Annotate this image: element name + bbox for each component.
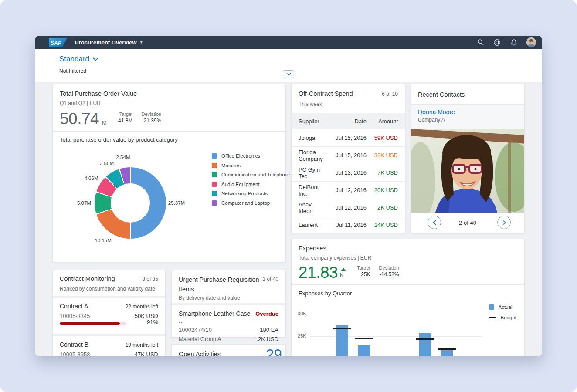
target-label: Target — [357, 265, 370, 270]
contract-name: Contract B — [60, 341, 88, 348]
kpi-value: 21.83 — [299, 264, 338, 280]
card-total-purchase-order-value[interactable]: Total Purchase Order Value Q1 and Q2 | E… — [52, 84, 286, 262]
sap-logo[interactable]: SAP — [49, 38, 67, 47]
cell-amount: 59K USD — [367, 135, 398, 141]
legend-swatch — [212, 182, 217, 187]
table-row[interactable]: JologaJul 15, 201659K USD — [292, 129, 405, 147]
donut-chart[interactable] — [95, 167, 166, 239]
cell-amount: 7K USD — [367, 169, 398, 176]
table-row[interactable]: DelBont Inc.Jul 12, 201620K USD — [292, 182, 405, 199]
cell-supplier: DelBont Inc. — [299, 184, 326, 197]
donut-slice-label: 2.54M — [116, 155, 130, 160]
budget-line — [333, 328, 351, 329]
legend-item: Networking Products — [212, 191, 290, 196]
pager-next-button[interactable] — [497, 216, 511, 229]
shell-actions — [477, 37, 536, 47]
deviation-value: -14.52% — [379, 271, 399, 277]
contact-name-link[interactable]: Donna Moore — [418, 108, 517, 115]
item-value: 1.2K USD — [253, 336, 278, 342]
actual-bar[interactable] — [441, 350, 453, 356]
cell-date: Jul 12, 2016 — [326, 187, 367, 193]
card-off-contract-spend[interactable]: Off-Contract Spend 6 of 10 This week Sup… — [291, 84, 405, 233]
contract-value: 50K USD — [135, 313, 158, 319]
legend-label: Networking Products — [221, 191, 268, 196]
card-header: Urgent Purchase Requisition Items 1 of 4… — [179, 275, 278, 294]
filter-bar: Standard Not Filtered — [35, 49, 542, 82]
y-axis-tick: 20K — [292, 355, 306, 356]
search-icon[interactable] — [477, 39, 484, 46]
kpi-block: 50.74 M — [60, 111, 107, 127]
legend-label: Communication and Telephone — [221, 172, 290, 177]
deviation-value: 21.39% — [141, 118, 161, 124]
donut-legend: Office ElectronicsMonitorsCommunication … — [212, 153, 290, 206]
cell-supplier: Jologa — [299, 135, 326, 141]
trend-up-icon — [341, 268, 346, 271]
app-title-menu[interactable]: Procurement Overview ▼ — [75, 39, 143, 46]
bar-chart-caption: Expenses by Quarter — [299, 290, 352, 297]
avatar[interactable] — [526, 37, 536, 47]
y-axis-tick: 30K — [292, 311, 306, 316]
contract-list: Contract A22 months left10005-334550K US… — [53, 296, 165, 356]
legend-item: Communication and Telephone — [212, 172, 290, 177]
contract-line1: Contract A22 months left — [60, 303, 158, 310]
card-subtitle: This week — [299, 101, 322, 107]
grid-line — [310, 314, 482, 314]
pager-prev-button[interactable] — [428, 216, 441, 229]
column-amount: Amount — [367, 118, 398, 125]
copilot-icon[interactable] — [493, 39, 501, 46]
notifications-icon[interactable] — [510, 39, 517, 46]
bar-chart-plot[interactable]: 30K25K20K — [292, 300, 524, 356]
table-row[interactable]: Florida CompanyJul 15, 201632K USD — [292, 147, 405, 164]
table-row[interactable]: Anav IdeonJul 12, 20162K USD — [292, 199, 405, 216]
pager-text: 2 of 40 — [459, 219, 476, 226]
variant-selector[interactable]: Standard — [59, 55, 98, 64]
contract-row[interactable]: Contract B19 months left10005-395847K US… — [53, 334, 165, 356]
kpi-unit: M — [102, 119, 107, 126]
app-window: SAP Procurement Overview ▼ — [35, 36, 542, 356]
donut-slice-label: 4.06M — [85, 176, 98, 181]
card-title: Recent Contacts — [418, 91, 465, 98]
cell-date: Jul 11, 2016 — [326, 222, 367, 228]
requisition-item[interactable]: Smartphone Leather Case ... Overdue 1000… — [172, 303, 285, 337]
actual-bar[interactable] — [419, 333, 431, 356]
legend-swatch — [212, 153, 217, 159]
budget-line — [438, 348, 456, 350]
cell-amount: 2K USD — [367, 204, 398, 211]
card-counter: 1 of 40 — [262, 276, 278, 282]
legend-item: Computer and Laptop — [212, 200, 290, 206]
contact-item[interactable]: Donna Moore Company A — [411, 104, 524, 129]
card-title: Expenses — [299, 245, 326, 252]
table-header: Supplier Date Amount — [292, 113, 405, 129]
legend-label: Monitors — [221, 163, 241, 168]
contract-row[interactable]: Contract A22 months left10005-334550K US… — [53, 296, 165, 334]
legend-item: Office Electronics — [212, 153, 290, 159]
contact-company: Company A — [418, 117, 517, 123]
divider — [292, 284, 524, 285]
contract-line2: 10005-334550K USD — [60, 313, 158, 319]
collapse-header-button[interactable] — [283, 70, 294, 78]
actual-bar[interactable] — [336, 325, 348, 357]
card-urgent-purchase-requisition[interactable]: Urgent Purchase Requisition Items 1 of 4… — [171, 270, 286, 338]
target-deviation-block: Target 25K Deviation -14.52% — [357, 265, 399, 277]
card-expenses[interactable]: Expenses Total company expenses | EUR 21… — [291, 239, 525, 356]
cell-supplier: Florida Company — [299, 149, 326, 162]
chevron-right-icon — [502, 220, 506, 225]
cell-amount: 14K USD — [367, 222, 398, 228]
actual-bar[interactable] — [358, 345, 370, 356]
card-counter: 6 of 10 — [382, 91, 398, 97]
table-row[interactable]: PC Gym TecJul 13, 20167K USD — [292, 164, 405, 182]
chevron-down-icon: ▼ — [139, 40, 143, 44]
target-label: Target — [118, 112, 132, 117]
legend-swatch — [212, 200, 217, 206]
chevron-down-icon — [286, 73, 291, 76]
table-row[interactable]: LaurentJul 11, 201614K USD — [292, 216, 405, 234]
item-id: 10002474/10 — [179, 327, 212, 333]
cell-amount: 32K USD — [367, 152, 398, 159]
card-open-activities[interactable]: Open Activities 29 — [171, 344, 286, 356]
donut-slice-label: 10.15M — [95, 238, 111, 243]
contract-line1: Contract B19 months left — [60, 341, 158, 348]
card-contract-monitoring[interactable]: Contract Monitoring 3 of 35 Ranked by co… — [52, 270, 166, 356]
legend-item: Audio Equipment — [212, 182, 290, 187]
contract-name: Contract A — [60, 303, 88, 310]
card-counter: 3 of 35 — [142, 276, 158, 282]
